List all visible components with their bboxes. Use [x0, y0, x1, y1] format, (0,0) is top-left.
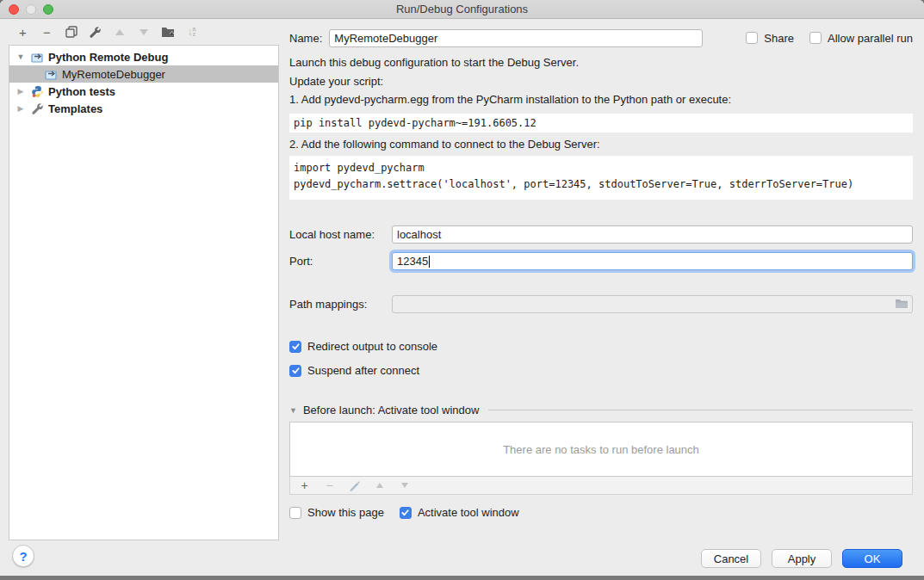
step-1-text: 1. Add pydevd-pycharm.egg from the PyCha…: [289, 93, 913, 107]
templates-wrench-icon: [30, 102, 45, 115]
description-line-1: Launch this debug configuration to start…: [289, 56, 913, 70]
allow-parallel-run-checkbox[interactable]: Allow parallel run: [809, 32, 913, 45]
settrace-code-snippet: import pydevd_pycharm pydevd_pycharm.set…: [289, 156, 913, 200]
checkbox-checked-icon: [289, 365, 301, 377]
tree-item-python-tests[interactable]: ▶ Python tests: [9, 83, 278, 100]
move-down-icon[interactable]: [136, 25, 151, 40]
path-mappings-label: Path mappings:: [289, 298, 392, 311]
activate-tool-window-checkbox[interactable]: Activate tool window: [400, 506, 519, 519]
checkbox-unchecked-icon: [289, 507, 301, 519]
run-configuration-icon: [30, 50, 45, 64]
task-list-toolbar: + −: [289, 477, 913, 495]
name-input[interactable]: [329, 29, 703, 47]
redirect-output-checkbox[interactable]: Redirect output to console: [289, 340, 437, 353]
port-input[interactable]: 12345: [392, 252, 913, 270]
cancel-button[interactable]: Cancel: [701, 549, 761, 568]
local-host-name-label: Local host name:: [289, 228, 392, 241]
port-label: Port:: [289, 255, 392, 268]
add-configuration-icon[interactable]: +: [16, 25, 30, 40]
name-label: Name:: [289, 32, 322, 45]
chevron-collapsed-icon[interactable]: ▶: [16, 104, 25, 113]
text-cursor: [429, 256, 430, 268]
local-host-name-input[interactable]: [392, 225, 913, 244]
apply-button[interactable]: Apply: [772, 549, 832, 568]
configurations-tree: ▼ Python Remote Debug MyRemoteDebugger ▶: [9, 45, 279, 540]
tree-item-python-remote-debug[interactable]: ▼ Python Remote Debug: [9, 48, 278, 65]
run-debug-configurations-dialog: Run/Debug Configurations + − ↓: [0, 0, 924, 576]
close-window-button[interactable]: [9, 4, 19, 15]
task-down-icon[interactable]: [397, 478, 412, 493]
ok-button[interactable]: OK: [842, 549, 902, 568]
run-configuration-icon: [44, 67, 59, 81]
move-up-icon[interactable]: [112, 25, 127, 40]
path-mappings-input[interactable]: [392, 295, 913, 313]
chevron-expanded-icon[interactable]: ▼: [16, 52, 25, 61]
section-divider: [488, 410, 913, 410]
dialog-buttons: Cancel Apply OK: [701, 549, 902, 568]
copy-configuration-icon[interactable]: [64, 25, 78, 40]
edit-task-pencil-icon[interactable]: [347, 478, 362, 493]
checkbox-unchecked-icon: [809, 32, 822, 44]
suspend-after-connect-checkbox[interactable]: Suspend after connect: [289, 364, 419, 377]
description-line-2: Update your script:: [289, 75, 913, 89]
remove-task-icon[interactable]: −: [322, 478, 337, 493]
window-title: Run/Debug Configurations: [396, 3, 528, 15]
sort-alphabetically-icon[interactable]: ↓ az: [184, 25, 199, 40]
tree-item-myremotedebugger[interactable]: MyRemoteDebugger: [9, 65, 278, 83]
minimize-window-button[interactable]: [26, 4, 36, 15]
edit-defaults-wrench-icon[interactable]: [88, 25, 102, 40]
before-launch-section-header[interactable]: ▼ Before launch: Activate tool window: [289, 404, 913, 416]
configurations-toolbar: + − ↓ az: [9, 19, 280, 45]
new-folder-icon[interactable]: [160, 25, 175, 40]
checkbox-checked-icon: [400, 507, 412, 519]
before-launch-task-list[interactable]: There are no tasks to run before launch: [289, 422, 913, 477]
checkbox-checked-icon: [289, 341, 301, 353]
task-up-icon[interactable]: [372, 478, 387, 493]
traffic-lights: [9, 4, 53, 15]
chevron-expanded-icon[interactable]: ▼: [289, 406, 297, 415]
pip-install-command: pip install pydevd-pycharm~=191.6605.12: [289, 114, 913, 133]
help-button[interactable]: ?: [12, 545, 34, 567]
browse-folder-icon[interactable]: [895, 298, 908, 312]
title-bar[interactable]: Run/Debug Configurations: [0, 0, 924, 19]
tree-item-templates[interactable]: ▶ Templates: [9, 100, 278, 117]
empty-task-list-text: There are no tasks to run before launch: [503, 443, 699, 456]
code-line-2: pydevd_pycharm.settrace('localhost', por…: [294, 176, 908, 193]
code-line-1: import pydevd_pycharm: [294, 160, 908, 176]
python-tests-icon: [30, 84, 45, 98]
before-launch-title: Before launch: Activate tool window: [303, 404, 480, 416]
show-this-page-checkbox[interactable]: Show this page: [289, 506, 384, 519]
configuration-editor: Name: Share Allow parallel run Launch th…: [280, 19, 924, 575]
configurations-sidebar: + − ↓ az ▼: [0, 19, 280, 575]
share-checkbox[interactable]: Share: [746, 32, 794, 45]
remove-configuration-icon[interactable]: −: [40, 25, 54, 40]
checkbox-unchecked-icon: [746, 32, 758, 44]
add-task-icon[interactable]: +: [297, 478, 312, 493]
chevron-collapsed-icon[interactable]: ▶: [16, 87, 25, 96]
zoom-window-button[interactable]: [43, 4, 53, 15]
step-2-text: 2. Add the following command to connect …: [289, 138, 913, 151]
